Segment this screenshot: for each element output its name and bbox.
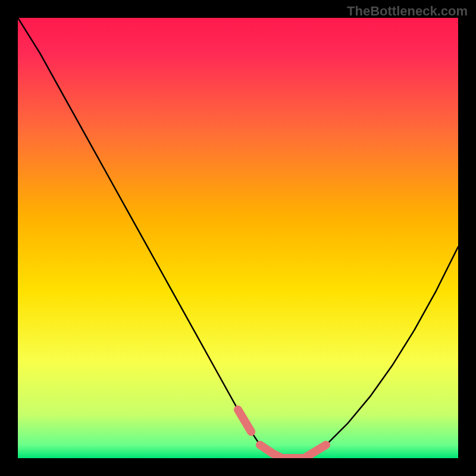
chart-svg bbox=[18, 18, 458, 458]
bottleneck-plot bbox=[18, 18, 458, 458]
svg-rect-0 bbox=[18, 18, 458, 458]
chart-container: TheBottleneck.com bbox=[0, 0, 476, 476]
watermark-text: TheBottleneck.com bbox=[347, 4, 468, 19]
